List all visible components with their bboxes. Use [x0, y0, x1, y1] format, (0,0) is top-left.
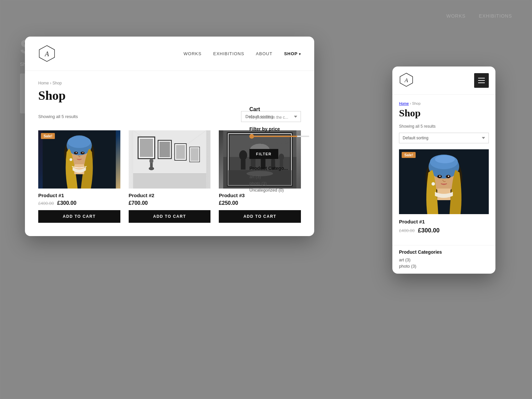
cart-empty: No products in the c... — [249, 115, 309, 120]
desktop-sidebar: Cart No products in the c... Filter by p… — [244, 100, 314, 201]
mobile-breadcrumb: Home › Shop — [399, 101, 489, 105]
product-2-price: £700.00 — [129, 200, 211, 206]
filter-button[interactable]: FILTER — [249, 149, 278, 159]
mobile-product-1-image: Sale! — [399, 149, 489, 214]
mobile-modal: A Home › Shop Shop Showing all 5 results… — [392, 66, 495, 274]
svg-point-56 — [439, 176, 441, 177]
svg-point-58 — [432, 182, 435, 186]
mobile-body: Home › Shop Shop Showing all 5 results D… — [392, 95, 495, 242]
mobile-sort-select[interactable]: Default sorting Sort by popularity Sort … — [399, 133, 489, 143]
nav-about[interactable]: ABOUT — [256, 51, 273, 56]
mobile-price-old: £400.00 — [399, 228, 415, 233]
product-1-sale-badge: Sale! — [41, 133, 55, 139]
mobile-price-wrap: £400.00 £300.00 — [399, 227, 489, 234]
cart-title: Cart — [249, 106, 309, 112]
desktop-nav: WORKS EXHIBITIONS ABOUT SHOP — [184, 51, 301, 56]
mobile-sale-badge: Sale! — [402, 152, 416, 158]
bg-nav-exhibitions: EXHIBITIONS — [479, 13, 512, 19]
mobile-header: A — [392, 66, 495, 95]
svg-rect-20 — [159, 142, 170, 157]
mobile-cat-art[interactable]: art (3) — [399, 257, 489, 262]
svg-rect-22 — [176, 145, 185, 159]
product-3-add-to-cart[interactable]: ADD TO CART — [219, 210, 301, 223]
product-1-add-to-cart[interactable]: ADD TO CART — [38, 210, 120, 223]
desktop-modal: A WORKS EXHIBITIONS ABOUT SHOP Home › Sh… — [25, 37, 314, 236]
bg-nav-works: WORKS — [446, 13, 466, 19]
category-uncategorized[interactable]: Uncategorized (0) — [249, 188, 309, 193]
svg-rect-14 — [133, 174, 206, 189]
product-1-new-price: £300.00 — [57, 200, 76, 206]
desktop-logo[interactable]: A — [38, 45, 56, 62]
svg-point-6 — [67, 136, 91, 148]
nav-shop[interactable]: SHOP — [284, 51, 301, 56]
svg-text:A: A — [404, 77, 408, 83]
results-text: Showing all 5 results — [38, 114, 78, 119]
category-art[interactable]: art (3) — [249, 174, 309, 179]
mobile-breadcrumb-home[interactable]: Home — [399, 101, 409, 105]
svg-rect-18 — [140, 139, 153, 157]
product-card-2: Product #2 £700.00 ADD TO CART — [129, 130, 211, 223]
price-label: Price: £250 — £1,200 — [249, 140, 309, 145]
product-2-image-wrap — [129, 130, 211, 189]
svg-point-28 — [149, 159, 153, 163]
mobile-results: Showing all 5 results — [399, 124, 489, 129]
product-1-name: Product #1 — [38, 193, 120, 198]
hamburger-line-2 — [478, 80, 485, 81]
mobile-categories-section: Product Categories art (3) photo (3) — [392, 245, 495, 274]
mobile-menu-button[interactable] — [474, 73, 489, 88]
product-3-price-value: £250.00 — [219, 200, 238, 206]
mobile-product-name: Product #1 — [399, 219, 489, 224]
price-range-track[interactable] — [249, 136, 309, 137]
mobile-breadcrumb-current: Shop — [412, 101, 421, 105]
hamburger-line-3 — [478, 82, 485, 83]
product-2-add-to-cart[interactable]: ADD TO CART — [129, 210, 211, 223]
svg-point-53 — [435, 155, 455, 163]
svg-text:A: A — [44, 50, 49, 58]
mobile-page-title: Shop — [399, 107, 489, 119]
price-range-fill — [249, 136, 297, 137]
filter-title: Filter by price — [249, 126, 309, 132]
mobile-categories-title: Product Categories — [399, 249, 489, 255]
price-range-thumb[interactable] — [249, 134, 254, 139]
nav-exhibitions[interactable]: EXHIBITIONS — [213, 51, 244, 56]
svg-rect-24 — [191, 148, 199, 161]
product-3-price: £250.00 — [219, 200, 301, 206]
svg-point-11 — [82, 152, 83, 153]
svg-point-12 — [69, 158, 72, 161]
svg-point-57 — [448, 176, 449, 177]
desktop-modal-header: A WORKS EXHIBITIONS ABOUT SHOP — [25, 37, 314, 71]
product-card-1: Sale! Product #1 £400.00 £300.00 ADD TO … — [38, 130, 120, 223]
mobile-cat-photo[interactable]: photo (3) — [399, 264, 489, 269]
product-1-price: £400.00 £300.00 — [38, 200, 120, 206]
svg-point-10 — [76, 152, 77, 153]
breadcrumb-separator: › — [50, 81, 52, 85]
breadcrumb-home[interactable]: Home — [38, 81, 49, 85]
product-1-image-wrap: Sale! — [38, 130, 120, 189]
nav-works[interactable]: WORKS — [184, 51, 201, 56]
mobile-price-new: £300.00 — [418, 227, 440, 234]
category-photo[interactable]: photo (3) — [249, 181, 309, 186]
hamburger-line-1 — [478, 78, 485, 78]
product-2-name: Product #2 — [129, 193, 211, 198]
product-1-old-price: £400.00 — [38, 201, 54, 206]
category-title: Product Catego... — [249, 166, 309, 171]
mobile-logo[interactable]: A — [399, 72, 414, 88]
product-2-price-value: £700.00 — [129, 200, 148, 206]
breadcrumb-current: Shop — [53, 81, 62, 85]
breadcrumb: Home › Shop — [38, 81, 301, 85]
